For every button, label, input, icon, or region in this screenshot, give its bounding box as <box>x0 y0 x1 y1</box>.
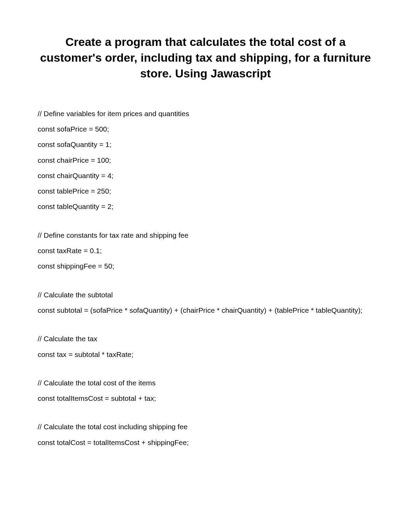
blank-line <box>38 365 373 378</box>
code-line: const tableQuantity = 2; <box>38 202 373 211</box>
code-line: // Calculate the total cost of the items <box>38 378 373 387</box>
code-line: // Calculate the subtotal <box>38 290 373 299</box>
blank-line <box>38 321 373 334</box>
code-line: const chairPrice = 100; <box>38 156 373 165</box>
code-line: const sofaQuantity = 1; <box>38 140 373 149</box>
blank-line <box>38 218 373 231</box>
blank-line <box>38 277 373 290</box>
code-block: // Define variables for item prices and … <box>38 109 373 447</box>
document-title: Create a program that calculates the tot… <box>38 34 373 82</box>
code-line: const shippingFee = 50; <box>38 261 373 271</box>
code-line: const tablePrice = 250; <box>38 186 373 196</box>
code-line: // Calculate the tax <box>38 334 373 343</box>
document-page: Create a program that calculates the tot… <box>0 0 411 532</box>
code-line: // Calculate the total cost including sh… <box>38 422 373 431</box>
code-line: const totalCost = totalItemsCost + shipp… <box>38 438 373 447</box>
code-line: const taxRate = 0.1; <box>38 246 373 255</box>
blank-line <box>38 409 373 422</box>
code-line: const totalItemsCost = subtotal + tax; <box>38 394 373 403</box>
code-line: const tax = subtotal * taxRate; <box>38 350 373 359</box>
code-line: const chairQuantity = 4; <box>38 171 373 180</box>
code-line: // Define variables for item prices and … <box>38 109 373 118</box>
code-line: // Define constants for tax rate and shi… <box>38 231 373 240</box>
code-line: const subtotal = (sofaPrice * sofaQuanti… <box>38 306 373 315</box>
code-line: const sofaPrice = 500; <box>38 124 373 134</box>
